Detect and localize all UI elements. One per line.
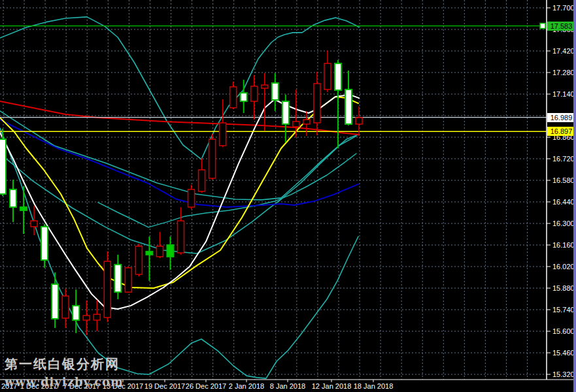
price-axis-label: 17.420 xyxy=(552,46,575,56)
candle-body xyxy=(314,84,320,123)
scrollbar-strip[interactable] xyxy=(573,0,576,392)
price-chart-canvas[interactable] xyxy=(0,0,576,392)
price-axis-label: 15.600 xyxy=(552,327,575,336)
candle-body xyxy=(262,85,268,88)
date-axis-label: 2 Jan 2018 xyxy=(229,382,264,391)
candle-body xyxy=(156,246,163,257)
price-axis-label: 15.320 xyxy=(552,370,575,379)
price-badge-17.583: 17.583 xyxy=(547,22,575,31)
price-axis-label: 16.160 xyxy=(552,240,575,250)
price-axis-label: 15.460 xyxy=(552,348,575,357)
date-axis-label: 18 Jan 2018 xyxy=(354,382,394,391)
candle-body xyxy=(73,306,79,320)
candle-body xyxy=(93,314,100,320)
date-axis-label: 7 Dec 2017 xyxy=(63,382,100,391)
candle-body xyxy=(293,122,299,127)
price-axis-label: 15.880 xyxy=(552,284,575,293)
price-axis-label: 16.020 xyxy=(552,262,575,271)
price-axis-label: 16.580 xyxy=(552,176,575,185)
candle-body xyxy=(104,261,110,318)
candle-body xyxy=(345,90,352,124)
date-axis-label: 1 Dec 2017 xyxy=(20,382,57,391)
candle-body xyxy=(146,252,152,255)
candle-body xyxy=(230,87,237,108)
candle-body xyxy=(52,284,58,319)
date-axis-label: 8 Jan 2018 xyxy=(270,382,305,391)
candle-body xyxy=(188,189,195,207)
candle-body xyxy=(0,139,6,194)
candle-body xyxy=(114,265,121,292)
candle-body xyxy=(241,93,247,101)
date-axis-label: 12 Jan 2018 xyxy=(312,382,352,391)
candle-body xyxy=(220,123,226,146)
price-axis-label: 15.740 xyxy=(552,305,575,314)
price-axis-label: 17.700 xyxy=(552,3,575,12)
candle-body xyxy=(41,227,48,260)
ma-blue-line xyxy=(0,120,358,207)
chart-window: 17.70017.56017.42017.28017.14016.86016.7… xyxy=(0,0,576,392)
candle-body xyxy=(335,63,341,90)
price-axis-label: 16.300 xyxy=(552,219,575,228)
price-level-marker[interactable] xyxy=(540,24,545,29)
ma-red-line xyxy=(0,101,359,135)
candle-body xyxy=(272,83,279,100)
price-badge-16.897: 16.897 xyxy=(547,127,575,136)
candle-body xyxy=(125,268,131,292)
bollinger-upper-band-line xyxy=(0,17,359,159)
candle-body xyxy=(209,139,216,178)
candle-body xyxy=(31,221,37,227)
candle-body xyxy=(282,101,289,124)
candle-body xyxy=(167,245,173,257)
price-axis-label: 17.280 xyxy=(552,68,575,77)
date-axis-label: 19 Dec 2017 xyxy=(144,382,185,391)
candle-body xyxy=(199,170,205,191)
price-axis-label: 16.440 xyxy=(552,197,575,206)
candle-body xyxy=(324,63,331,90)
candle-body xyxy=(20,207,27,210)
price-badge-16.989: 16.989 xyxy=(547,113,575,122)
price-axis-label: 16.720 xyxy=(552,154,575,163)
price-axis-label: 17.140 xyxy=(552,90,575,99)
candle-body xyxy=(135,246,142,274)
candle-body xyxy=(178,221,184,253)
candle-body xyxy=(62,296,69,318)
candle-body xyxy=(83,316,90,320)
date-axis-label: 2017 xyxy=(1,382,17,391)
date-axis-label: 26 Dec 2017 xyxy=(186,382,226,391)
ma-yellow-line xyxy=(0,97,358,288)
candle-body xyxy=(10,189,16,207)
candle-body xyxy=(251,86,258,101)
candle-body xyxy=(303,120,310,124)
candle-body xyxy=(356,118,362,124)
date-axis-label: 13 Dec 2017 xyxy=(103,382,143,391)
